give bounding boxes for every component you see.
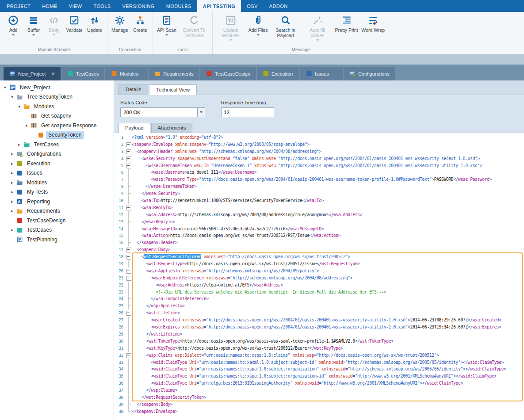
- ribbon-button-create[interactable]: Create: [130, 14, 150, 33]
- menu-tab-project[interactable]: PROJECT: [1, 0, 36, 12]
- menu-tab-versioning[interactable]: VERSIONING: [117, 0, 161, 12]
- tree-expander-icon[interactable]: ▸: [10, 209, 15, 213]
- tree-expander-icon[interactable]: ▸: [10, 228, 15, 232]
- code-line-23: 23 <!--Die URL des Services welches die …: [114, 289, 524, 296]
- xml-code-view: 1<?xml version="1.0" encoding="utf-8"?>2…: [114, 134, 524, 415]
- document-tab-testcases[interactable]: TestCases: [61, 67, 104, 80]
- tree-item-modules[interactable]: ▾Modules: [0, 102, 114, 111]
- fold-toggle-icon[interactable]: [126, 162, 132, 169]
- tree-expander-icon[interactable]: ▾: [24, 123, 29, 128]
- tree-expander-icon[interactable]: ▾: [3, 85, 8, 90]
- fold-toggle-icon[interactable]: [126, 253, 132, 260]
- tree-expander-icon[interactable]: ▸: [10, 199, 15, 204]
- square-orange-icon: [111, 71, 117, 76]
- payload-editor[interactable]: 1<?xml version="1.0" encoding="utf-8"?>2…: [114, 133, 524, 420]
- tree-item-get-soapenv-response[interactable]: ▾Get soapenv Response: [0, 121, 114, 130]
- tree-item-issues[interactable]: ▸Issues: [0, 168, 114, 178]
- fold-toggle-icon[interactable]: [126, 267, 132, 275]
- ribbon-button-api-scan[interactable]: API Scan: [155, 14, 178, 36]
- tree-item-testcases[interactable]: ▸TestCases: [0, 140, 114, 149]
- square-olive-icon: [263, 71, 269, 76]
- tree-item-get-soapenv[interactable]: Get soapenv: [0, 111, 114, 121]
- tree-item-new-project[interactable]: ▾New_Project: [0, 83, 114, 92]
- document-tab-execution[interactable]: Execution: [257, 67, 299, 80]
- code-line-12: 12 <wsa:Address>http://schemas.xmlsoap.o…: [114, 211, 524, 218]
- payload-tab-payload[interactable]: Payload: [119, 123, 150, 133]
- tree-expander-icon[interactable]: ▾: [10, 95, 15, 99]
- menu-tab-modules[interactable]: MODULES: [161, 0, 197, 12]
- view-tab-details[interactable]: Details: [119, 84, 148, 95]
- document-tab-testcasedesign[interactable]: TestCaseDesign: [200, 67, 256, 80]
- tree-item-testcases[interactable]: ▸TestCases: [0, 225, 114, 235]
- tree-item-configurations[interactable]: ▸Configurations: [0, 149, 114, 159]
- line-number: 9: [114, 190, 126, 197]
- tree-item-execution[interactable]: ▸Execution: [0, 159, 114, 168]
- square-blue-icon: [16, 170, 23, 176]
- ribbon-button-word-wrap[interactable]: Word Wrap: [360, 14, 387, 33]
- ribbon-button-search-in-payload[interactable]: Search in Payload: [270, 14, 302, 38]
- fold-toggle-icon[interactable]: [126, 275, 132, 282]
- tree-expander-icon[interactable]: ▸: [17, 142, 22, 147]
- tree-expander-icon[interactable]: ▸: [10, 152, 15, 156]
- view-tab-technical-view[interactable]: Technical View: [149, 84, 197, 95]
- ribbon-button-validate[interactable]: Validate: [64, 14, 84, 33]
- ribbon-button-buffer[interactable]: Buffer: [23, 14, 44, 36]
- view-tabs: DetailsTechnical View: [114, 80, 524, 95]
- tree-expander-icon[interactable]: ▸: [10, 180, 15, 185]
- tree-expander-icon[interactable]: ▸: [10, 161, 15, 166]
- fold-toggle-icon[interactable]: [126, 246, 132, 253]
- code-line-19: 19 <wst:RequestType>http://docs.oasis-op…: [114, 260, 524, 267]
- fold-toggle-icon[interactable]: [126, 309, 132, 317]
- document-tab-issues[interactable]: Issues: [300, 67, 343, 80]
- square-teal-icon: [67, 71, 73, 76]
- tree-item-testplanning[interactable]: TestPlanning: [0, 235, 114, 244]
- ribbon-button-pretty-print[interactable]: Pretty Print: [333, 14, 360, 33]
- payload-tab-attachments[interactable]: Attachments: [151, 123, 193, 133]
- fold-guide: [126, 239, 132, 246]
- tree-item-reporting[interactable]: ▸Reporting: [0, 197, 114, 206]
- document-tab-modules[interactable]: Modules: [105, 67, 148, 80]
- code-line-3: 3 <soapenv:Header xmlns:wsa="http://sche…: [114, 148, 524, 155]
- fold-toggle-icon[interactable]: [126, 204, 132, 211]
- menu-tab-osv[interactable]: OSV: [241, 0, 263, 12]
- document-tab-requirements[interactable]: Requirements: [149, 67, 199, 80]
- chevron-down-icon[interactable]: [197, 108, 205, 117]
- line-number: 40: [114, 408, 126, 415]
- buffer-icon: [28, 15, 39, 26]
- response-time-input[interactable]: [221, 107, 274, 117]
- tree-item-securitytoken[interactable]: SecurityToken: [0, 130, 114, 140]
- code-line-2: 2<soapenv:Envelope xmlns:soapenv="http:/…: [114, 141, 524, 148]
- fold-toggle-icon[interactable]: [126, 141, 132, 148]
- document-tab-configurations[interactable]: Configurations: [344, 67, 395, 80]
- tree-item-requirements[interactable]: ▸Requirements: [0, 206, 114, 216]
- menu-tab-tools[interactable]: TOOLS: [88, 0, 116, 12]
- fold-guide: [126, 183, 132, 190]
- ribbon-button-add-files[interactable]: Add Files: [247, 14, 270, 36]
- main-area: ▾New_Project▾Tree SecurityToken▾ModulesG…: [0, 80, 524, 420]
- tree-item-modules[interactable]: ▸Modules: [0, 178, 114, 187]
- menu-tab-home[interactable]: HOME: [36, 0, 63, 12]
- tree-expander-icon[interactable]: ▸: [10, 190, 15, 194]
- fold-toggle-icon[interactable]: [126, 352, 132, 359]
- tree-item-tree-securitytoken[interactable]: ▾Tree SecurityToken: [0, 92, 114, 102]
- ribbon-button-add[interactable]: Add: [3, 14, 23, 36]
- tree-expander-icon[interactable]: ▸: [10, 171, 15, 175]
- ribbon-button-update[interactable]: Update: [84, 14, 105, 33]
- menu-tab-addon[interactable]: ADDON: [264, 0, 294, 12]
- menu-tab-api-testing[interactable]: API TESTING: [197, 0, 241, 12]
- fold-guide: [126, 366, 132, 373]
- fold-toggle-icon[interactable]: [126, 148, 132, 155]
- tree-expander-icon[interactable]: ▾: [17, 104, 22, 109]
- tree-item-testcasedesign[interactable]: TestCaseDesign: [0, 216, 114, 225]
- search-icon: [280, 15, 291, 26]
- document-tab-new-project[interactable]: New_Project×: [4, 67, 61, 80]
- tree-item-my-tests[interactable]: ▸My Tests: [0, 187, 114, 197]
- menu-tab-view[interactable]: VIEW: [63, 0, 88, 12]
- close-icon[interactable]: ×: [51, 71, 55, 76]
- code-line-28: 28 <wsu:Expires xmlns:wsu="http://docs.o…: [114, 324, 524, 331]
- line-number: 29: [114, 331, 126, 338]
- ribbon-button-manage[interactable]: Manage: [110, 14, 130, 33]
- fold-toggle-icon[interactable]: [126, 155, 132, 162]
- fold-guide: [126, 302, 132, 309]
- status-code-select[interactable]: 200 OK: [120, 107, 205, 117]
